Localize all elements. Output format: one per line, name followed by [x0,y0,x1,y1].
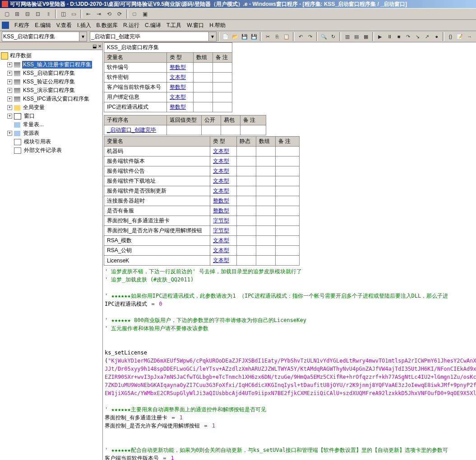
win-btn-12[interactable]: □ [129,9,139,19]
table-row[interactable]: 服务端软件公告文本型 [104,166,300,176]
win-btn-7[interactable]: ▭ [69,9,79,19]
tree-node[interactable]: +KSS_IPC通讯父窗口程序集 [1,95,102,103]
table-row[interactable]: 软件编号整数型 [104,63,232,73]
tree-node[interactable]: 外部文件记录表 [1,146,102,155]
expand-icon[interactable]: + [7,105,12,110]
new-icon[interactable]: 📄 [221,32,230,41]
menu-edit[interactable]: E.编辑 [32,21,53,30]
table-row[interactable]: 客户端当前软件版本号整数型 [104,83,232,92]
panel1-icon[interactable]: ▥ [343,32,351,41]
code-line[interactable]: 客户端当前软件版本号 ＝ 1 [105,454,474,460]
code-line[interactable]: ' 五元服作者和体验用户请不要修改该参数 [105,324,474,332]
menu-insert[interactable]: I.插入 [74,21,94,30]
tree-node[interactable]: +全局变量 [1,103,102,112]
win-btn-2[interactable]: ⊞ [12,9,22,19]
table-row[interactable]: 机器码文本型 [104,147,300,156]
tree-node[interactable]: 模块引用表 [1,138,102,146]
combo-module[interactable]: KSS_启动窗口程序集 ▾ [2,32,87,41]
brace-icon[interactable]: {} [446,32,455,41]
note-icon[interactable]: 📝 [456,32,464,41]
stepin-icon[interactable]: ↘ [413,32,422,41]
undo-icon[interactable]: ↶ [296,32,305,41]
win-btn-3[interactable]: ⊟ [23,9,32,19]
menu-help[interactable]: H.帮助 [207,21,228,30]
run-icon[interactable]: ▶ [376,32,384,41]
table-row[interactable]: 用户绑定信息文本型 [104,92,232,102]
code-line[interactable]: ' 追梦_加载皮肤 (#皮肤_QQ2011) [105,276,474,284]
cut-icon[interactable]: ✂ [263,32,272,41]
break-icon[interactable]: ● [432,32,441,41]
expand-icon[interactable]: + [7,88,12,93]
copy-icon[interactable]: ⎘ [273,32,282,41]
win-btn-4[interactable]: ⊡ [33,9,43,19]
arrow-icon[interactable]: → [465,32,474,41]
tree-node[interactable]: +KSS_启动窗口程序集 [1,69,102,78]
menu-view[interactable]: V.查看 [54,21,74,30]
table-row[interactable]: 软件密钥文本型 [104,73,232,83]
find-icon[interactable]: 🔍 [319,32,328,41]
module-name-cell[interactable]: KSS_启动窗口程序集 [104,43,232,53]
open-icon[interactable]: 📂 [231,32,239,41]
win-btn-8[interactable]: ⇤ [83,9,93,19]
win-btn-6[interactable]: ◫ [58,9,68,19]
expand-icon[interactable]: + [7,97,12,101]
win-btn-9[interactable]: ⇥ [94,9,104,19]
table-row[interactable]: 服务端软件是否强制更新文本型 [104,186,300,196]
code-area[interactable]: ' 追梦皮肤不错，下边一行反前边的' 号去掉，加载目录里的追梦皮肤模块就行了 '… [103,266,476,460]
table-row[interactable]: 界面控制_是否允许客户端使用解绑按钮字节型 [104,226,300,236]
save-icon[interactable]: 💾 [240,32,249,41]
sub-name-link[interactable]: _启动窗口_创建完毕 [107,127,156,133]
code-line[interactable]: ' 追梦皮肤不错，下边一行反前边的' 号去掉，加载目录里的追梦皮肤模块就行了 [105,267,474,276]
repeat-icon[interactable]: ↻ [329,32,337,41]
table-row[interactable]: 界面控制_有多通道注册卡字节型 [104,216,300,226]
expand-icon[interactable]: + [7,79,12,84]
code-line[interactable]: 界面控制_是否允许客户端使用解绑按钮 ＝ 1 [105,422,474,430]
tree-root[interactable]: 程序数据 [1,51,102,60]
menu-window[interactable]: W.窗口 [184,21,207,30]
table-row[interactable]: 连接服务器超时整数型 [104,196,300,206]
sub-row[interactable]: _启动窗口_创建完毕 [104,125,266,135]
chevron-down-icon[interactable]: ▾ [79,32,87,41]
chevron-down-icon[interactable]: ▾ [208,32,216,41]
pause-icon[interactable]: ⏸ [385,32,394,41]
table-row[interactable]: RSA_公钥文本型 [104,246,300,256]
sidebar-pin-icon[interactable]: ⬓ [92,44,97,49]
code-line[interactable]: EZIR90SXr+wvI3pJxa7mNSJaCfwTGLbgb+eTcTnm… [105,373,474,381]
panel2-icon[interactable]: ▤ [352,32,361,41]
expand-icon[interactable]: + [7,62,12,67]
sidebar-close-icon[interactable]: ✕ [98,44,102,49]
table-row[interactable]: LicenseK文本型 [104,256,300,266]
table-row[interactable]: 服务端软件下载地址文本型 [104,176,300,186]
table-row[interactable]: IPC进程通讯模式整数型 [104,102,232,112]
table-row[interactable]: 服务端软件版本文本型 [104,156,300,166]
stepout-icon[interactable]: ↗ [423,32,431,41]
code-line[interactable]: ' ★★★★★★主要用来自动调整界面上的通道控件和解绑按钮是否可见 [105,405,474,414]
win-btn-10[interactable]: ⟲ [104,9,114,19]
project-tree[interactable]: 程序数据 +KSS_输入注册卡窗口程序集+KSS_启动窗口程序集+KSS_验证公… [0,50,102,460]
win-btn-11[interactable]: ⟳ [115,9,125,19]
code-line[interactable]: ks_setLicense ("KjWukYD1erMGZD6mXEUf5Wpw… [105,349,474,365]
saveall-icon[interactable]: 💾 [250,32,258,41]
step-icon[interactable]: ↷ [404,32,413,41]
code-line[interactable]: ' ★★★★★★ 800商业版用户，下边的参数里的字符串请修改为你自己的Lice… [105,316,474,324]
tree-node[interactable]: +窗口 [1,112,102,120]
expand-icon[interactable]: + [7,114,12,119]
code-line[interactable]: JJt/Dr05xyy9h148spDDEFLwoGCi/leYTsv+AZzd… [105,365,474,373]
menu-file[interactable]: F.程序 [12,21,32,30]
panel3-icon[interactable]: ▦ [362,32,370,41]
menu-run[interactable]: R.运行 [120,21,142,30]
menu-compile[interactable]: C.编译 [142,21,164,30]
code-line[interactable]: ' ★★★★★★如果你用IPC进程通讯模式，此参数请改为1 （IPC进程通讯模式… [105,292,474,300]
tree-node[interactable]: 常量表... [1,120,102,129]
combo-sub[interactable]: _启动窗口_创建完毕 ▾ [90,32,217,41]
redo-icon[interactable]: ↷ [306,32,314,41]
win-btn-5[interactable]: ⫴ [43,9,53,19]
table-row[interactable]: 是否有备服整数型 [104,206,300,216]
menu-database[interactable]: B.数据库 [94,21,120,30]
stop-icon[interactable]: ■ [395,32,403,41]
table-row[interactable]: RSA_模数文本型 [104,236,300,246]
tree-node[interactable]: +KSS_验证公用程序集 [1,78,102,86]
tree-node[interactable]: +KSS_演示窗口程序集 [1,86,102,95]
tree-node[interactable]: +KSS_输入注册卡窗口程序集 [1,60,102,69]
win-btn-1[interactable]: ▢ [2,9,12,19]
